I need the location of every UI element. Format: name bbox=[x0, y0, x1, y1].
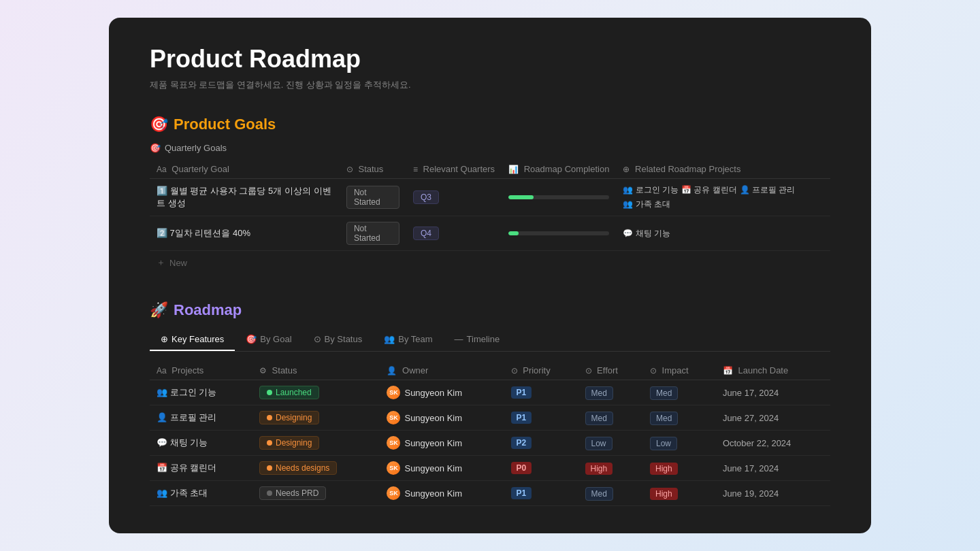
app-window: Product Roadmap 제품 목표와 로드맵을 연결하세요. 진행 상황… bbox=[109, 18, 871, 533]
roadmap-icon: 🚀 bbox=[150, 301, 168, 319]
project-name-cell: 👤 프로필 관리 bbox=[150, 405, 252, 431]
related-project-item: 💬 채팅 기능 bbox=[623, 228, 670, 239]
goal-row[interactable]: 2️⃣ 7일차 리텐션을 40%Not StartedQ4💬 채팅 기능 bbox=[150, 216, 830, 251]
col-quarterly-goal: Aa Quarterly Goal bbox=[150, 160, 340, 179]
col-priority: ⊙ Priority bbox=[504, 361, 578, 380]
add-goal-row[interactable]: ＋ New bbox=[150, 251, 830, 274]
roadmap-status-cell: Designing bbox=[252, 431, 380, 456]
quarterly-goals-label: 🎯 Quarterly Goals bbox=[150, 143, 830, 153]
product-goals-heading: 🎯 Product Goals bbox=[150, 116, 830, 133]
related-projects-cell: 💬 채팅 기능 bbox=[616, 216, 830, 251]
roadmap-status-cell: Needs PRD bbox=[252, 481, 380, 506]
avatar: SK bbox=[387, 486, 400, 500]
related-projects-cell: 👥 로그인 기능📅 공유 캘린더👤 프로필 관리👥 가족 초대 bbox=[616, 179, 830, 216]
project-name-cell: 👥 가족 초대 bbox=[150, 481, 252, 506]
status-cell: Not Started bbox=[340, 179, 406, 216]
roadmap-row[interactable]: 📅 공유 캘린더Needs designsSKSungyeon KimP0Hig… bbox=[150, 456, 830, 481]
by-goal-icon: 🎯 bbox=[246, 334, 257, 344]
priority-cell: P1 bbox=[504, 481, 578, 506]
priority-cell: P1 bbox=[504, 405, 578, 431]
goal-row[interactable]: 1️⃣ 월별 평균 사용자 그룹당 5개 이상의 이벤트 생성Not Start… bbox=[150, 179, 830, 216]
product-goals-section: 🎯 Product Goals 🎯 Quarterly Goals Aa Qua… bbox=[150, 116, 830, 274]
roadmap-row[interactable]: 👥 로그인 기능LaunchedSKSungyeon KimP1MedMedJu… bbox=[150, 380, 830, 405]
priority-cell: P1 bbox=[504, 380, 578, 405]
roadmap-row[interactable]: 👥 가족 초대Needs PRDSKSungyeon KimP1MedHighJ… bbox=[150, 481, 830, 506]
launch-date-cell: October 22, 2024 bbox=[716, 431, 830, 456]
by-status-icon: ⊙ bbox=[314, 334, 321, 344]
roadmap-tab-bar: ⊕ Key Features 🎯 By Goal ⊙ By Status 👥 B… bbox=[150, 329, 830, 352]
col-effort: ⊙ Effort bbox=[578, 361, 643, 380]
owner-cell: SKSungyeon Kim bbox=[380, 380, 504, 405]
related-project-item: 👥 로그인 기능 bbox=[623, 184, 679, 196]
progress-cell bbox=[502, 179, 616, 216]
quarter-cell: Q3 bbox=[406, 179, 502, 216]
avatar: SK bbox=[387, 386, 400, 399]
tab-by-team[interactable]: 👥 By Team bbox=[373, 329, 443, 351]
goal-cell: 1️⃣ 월별 평균 사용자 그룹당 5개 이상의 이벤트 생성 bbox=[150, 179, 340, 216]
col-status: ⊙ Status bbox=[340, 160, 406, 179]
col-relevant-quarters: ≡ Relevant Quarters bbox=[406, 160, 502, 179]
effort-cell: Med bbox=[578, 380, 643, 405]
launch-date-cell: June 17, 2024 bbox=[716, 380, 830, 405]
impact-cell: Med bbox=[643, 380, 716, 405]
impact-cell: High bbox=[643, 456, 716, 481]
page-subtitle: 제품 목표와 로드맵을 연결하세요. 진행 상황과 일정을 추적하세요. bbox=[150, 79, 830, 91]
col-owner: 👤 Owner bbox=[380, 361, 504, 380]
goal-cell: 2️⃣ 7일차 리텐션을 40% bbox=[150, 216, 340, 251]
avatar: SK bbox=[387, 411, 400, 424]
owner-cell: SKSungyeon Kim bbox=[380, 405, 504, 431]
owner-cell: SKSungyeon Kim bbox=[380, 431, 504, 456]
roadmap-section: 🚀 Roadmap ⊕ Key Features 🎯 By Goal ⊙ By … bbox=[150, 301, 830, 506]
col-impact: ⊙ Impact bbox=[643, 361, 716, 380]
priority-cell: P0 bbox=[504, 456, 578, 481]
roadmap-table: Aa Projects ⚙ Status 👤 Owner ⊙ Priority … bbox=[150, 361, 830, 506]
launch-date-cell: June 19, 2024 bbox=[716, 481, 830, 506]
col-roadmap-completion: 📊 Roadmap Completion bbox=[502, 160, 616, 179]
owner-cell: SKSungyeon Kim bbox=[380, 481, 504, 506]
impact-cell: Low bbox=[643, 431, 716, 456]
project-name-cell: 👥 로그인 기능 bbox=[150, 380, 252, 405]
page-title: Product Roadmap bbox=[150, 45, 830, 73]
tab-timeline[interactable]: — Timeline bbox=[444, 329, 511, 351]
quarterly-goals-icon: 🎯 bbox=[150, 143, 161, 153]
roadmap-row[interactable]: 👤 프로필 관리DesigningSKSungyeon KimP1MedMedJ… bbox=[150, 405, 830, 431]
project-name-cell: 💬 채팅 기능 bbox=[150, 431, 252, 456]
col-related-roadmap-projects: ⊕ Related Roadmap Projects bbox=[616, 160, 830, 179]
avatar: SK bbox=[387, 461, 400, 475]
status-cell: Not Started bbox=[340, 216, 406, 251]
related-project-item: 👤 프로필 관리 bbox=[740, 184, 796, 196]
related-project-item: 📅 공유 캘린더 bbox=[681, 184, 737, 196]
owner-cell: SKSungyeon Kim bbox=[380, 456, 504, 481]
effort-cell: High bbox=[578, 456, 643, 481]
roadmap-status-cell: Launched bbox=[252, 380, 380, 405]
effort-cell: Med bbox=[578, 481, 643, 506]
related-project-item: 👥 가족 초대 bbox=[623, 199, 670, 210]
add-icon: ＋ bbox=[157, 256, 165, 269]
col-status: ⚙ Status bbox=[252, 361, 380, 380]
by-team-icon: 👥 bbox=[384, 334, 395, 344]
col-projects: Aa Projects bbox=[150, 361, 252, 380]
quarter-cell: Q4 bbox=[406, 216, 502, 251]
roadmap-status-cell: Needs designs bbox=[252, 456, 380, 481]
timeline-icon: — bbox=[455, 334, 463, 344]
tab-key-features[interactable]: ⊕ Key Features bbox=[150, 329, 235, 351]
launch-date-cell: June 17, 2024 bbox=[716, 456, 830, 481]
project-name-cell: 📅 공유 캘린더 bbox=[150, 456, 252, 481]
impact-cell: Med bbox=[643, 405, 716, 431]
impact-cell: High bbox=[643, 481, 716, 506]
progress-cell bbox=[502, 216, 616, 251]
roadmap-row[interactable]: 💬 채팅 기능DesigningSKSungyeon KimP2LowLowOc… bbox=[150, 431, 830, 456]
tab-by-status[interactable]: ⊙ By Status bbox=[303, 329, 374, 351]
tab-by-goal[interactable]: 🎯 By Goal bbox=[235, 329, 302, 351]
priority-cell: P2 bbox=[504, 431, 578, 456]
col-launch-date: 📅 Launch Date bbox=[716, 361, 830, 380]
product-goals-icon: 🎯 bbox=[150, 116, 168, 133]
effort-cell: Low bbox=[578, 431, 643, 456]
key-features-icon: ⊕ bbox=[161, 334, 168, 344]
avatar: SK bbox=[387, 436, 400, 450]
roadmap-heading: 🚀 Roadmap bbox=[150, 301, 830, 319]
effort-cell: Med bbox=[578, 405, 643, 431]
goals-table: Aa Quarterly Goal ⊙ Status ≡ Relevant Qu… bbox=[150, 160, 830, 251]
roadmap-status-cell: Designing bbox=[252, 405, 380, 431]
launch-date-cell: June 27, 2024 bbox=[716, 405, 830, 431]
